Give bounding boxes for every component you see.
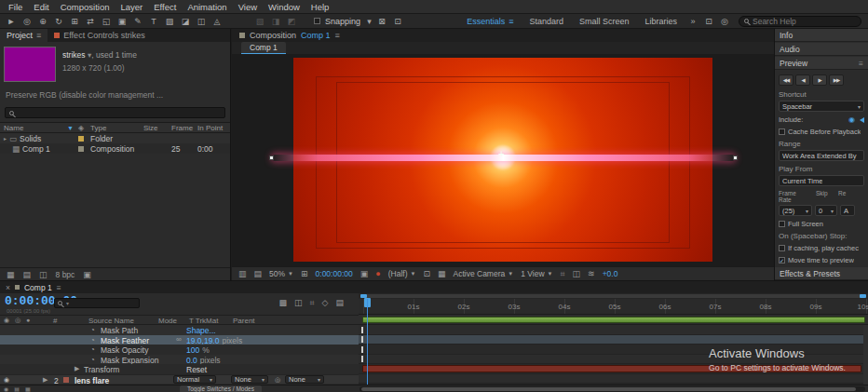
- dolly-camera-tool-icon[interactable]: ⇄: [83, 17, 98, 26]
- close-icon[interactable]: ×: [6, 283, 10, 292]
- graph-row-mask-path[interactable]: [359, 325, 863, 335]
- new-folder-icon[interactable]: ▤: [23, 270, 32, 279]
- rotation-tool-icon[interactable]: ◱: [99, 17, 114, 26]
- full-screen-checkbox[interactable]: [779, 221, 785, 227]
- keyframe-mark[interactable]: [361, 346, 363, 353]
- viewer-timecode[interactable]: 0:00:00:00: [316, 269, 353, 278]
- cache-before-playback-checkbox[interactable]: [779, 128, 785, 135]
- new-composition-icon[interactable]: ◫: [39, 270, 47, 279]
- column-type[interactable]: Type: [90, 124, 143, 132]
- reset-link[interactable]: Reset: [186, 365, 207, 374]
- property-row-mask-opacity[interactable]: ◔ Mask Opacity 100%: [0, 345, 359, 355]
- expand-icon[interactable]: ▸: [4, 135, 7, 142]
- snap-to-features-icon[interactable]: ⊡: [390, 17, 405, 26]
- graph-row-transform[interactable]: [359, 364, 863, 374]
- menu-composition[interactable]: Composition: [55, 2, 115, 12]
- column-in-point[interactable]: In Point: [197, 124, 230, 132]
- timeline-tab-comp1[interactable]: Comp 1: [24, 283, 52, 292]
- panel-menu-icon[interactable]: ≡: [859, 59, 863, 68]
- puppet-pin-tool-icon[interactable]: ◬: [210, 17, 224, 26]
- camera-tool-icon[interactable]: ▣: [115, 17, 129, 26]
- mask-vertex-handle-right[interactable]: [733, 155, 738, 160]
- property-value[interactable]: 19.0,19.0: [186, 336, 219, 345]
- keyframe-mark[interactable]: [361, 327, 363, 333]
- scrollbar-thumb[interactable]: [361, 387, 856, 391]
- workspace-overflow-icon[interactable]: »: [685, 17, 700, 26]
- project-row-solids[interactable]: ▸▭Solids Folder: [0, 133, 230, 143]
- zoom-tool-icon[interactable]: ⊕: [35, 17, 50, 26]
- property-value[interactable]: 0.0: [186, 356, 197, 365]
- workspace-menu-icon[interactable]: ≡: [509, 17, 513, 26]
- motion-blur-icon[interactable]: ▤: [335, 298, 344, 308]
- tab-project[interactable]: Project ≡: [0, 29, 47, 42]
- move-time-checkbox[interactable]: ✓: [779, 257, 785, 264]
- full-screen-row[interactable]: Full Screen: [779, 220, 864, 228]
- eraser-tool-icon[interactable]: ◫: [194, 17, 209, 26]
- toggle-switches-modes-button[interactable]: Toggle Switches / Modes: [180, 385, 262, 392]
- column-parent[interactable]: Parent: [233, 317, 255, 325]
- stopwatch-icon[interactable]: ◔: [90, 336, 95, 345]
- timeline-horizontal-scrollbar[interactable]: [359, 386, 865, 392]
- shortcut-dropdown[interactable]: Spacebar▾: [779, 101, 864, 112]
- mask-vertex-handle-left[interactable]: [269, 155, 274, 160]
- timeline-button-icon[interactable]: ≋: [588, 269, 595, 278]
- label-swatch[interactable]: [78, 146, 84, 152]
- menu-file[interactable]: File: [3, 2, 28, 12]
- frame-rate-dropdown[interactable]: (25)▾: [779, 205, 812, 216]
- magnification-dropdown[interactable]: 50%▼: [269, 269, 293, 278]
- property-row-mask-path[interactable]: ◔ Mask Path Shape...: [0, 325, 359, 335]
- trkmat-dropdown[interactable]: None▾: [231, 375, 268, 384]
- stopwatch-icon[interactable]: ◔: [90, 345, 95, 354]
- viewer-tab-comp1[interactable]: Comp 1: [241, 42, 286, 54]
- frame-blending-icon[interactable]: ◇: [322, 298, 329, 308]
- clone-stamp-tool-icon[interactable]: ◪: [178, 17, 193, 26]
- graph-row-mask-feather[interactable]: [359, 335, 863, 345]
- work-area-bar[interactable]: [360, 294, 866, 298]
- layer-name[interactable]: lens flare: [75, 376, 109, 385]
- snapping-checkbox[interactable]: [314, 18, 320, 24]
- menu-animation[interactable]: Animation: [182, 2, 232, 12]
- range-dropdown[interactable]: Work Area Extended By: [779, 150, 864, 161]
- current-time-indicator[interactable]: [367, 299, 368, 385]
- keyframe-mark[interactable]: [361, 356, 363, 362]
- last-frame-button[interactable]: ▶▶: [829, 74, 844, 86]
- expand-icon[interactable]: ▶: [75, 365, 79, 372]
- timeline-search-input[interactable]: ▾: [54, 298, 140, 308]
- draft-3d-icon[interactable]: ◫: [294, 298, 303, 308]
- menu-effect[interactable]: Effect: [148, 2, 182, 12]
- label-swatch[interactable]: [78, 136, 84, 142]
- graph-row-mask-opacity[interactable]: [359, 345, 863, 355]
- graph-row-layer-2[interactable]: [359, 374, 863, 385]
- move-time-row[interactable]: ✓ Move time to preview: [779, 256, 864, 264]
- constrain-link-icon[interactable]: ∞: [176, 335, 182, 344]
- graph-row-mask-expansion[interactable]: [359, 355, 863, 365]
- time-ruler[interactable]: 01s 02s 03s 04s 05s 06s 07s 08s 09s 10s: [359, 299, 868, 315]
- composition-mini-flowchart-icon[interactable]: ▩: [278, 298, 287, 308]
- tab-effect-controls[interactable]: Effect Controls strikes: [47, 29, 151, 42]
- info-panel-header[interactable]: Info: [775, 29, 868, 42]
- expand-icon[interactable]: ▶: [43, 376, 47, 384]
- window-layout-icon[interactable]: ⊡: [701, 17, 716, 26]
- transparency-grid-icon[interactable]: ▦: [438, 269, 446, 278]
- timeline-graph-area[interactable]: 01s 02s 03s 04s 05s 06s 07s 08s 09s 10s …: [359, 293, 868, 385]
- menu-view[interactable]: View: [233, 2, 263, 12]
- workspace-tab-standard[interactable]: Standard: [522, 17, 571, 26]
- audio-panel-header[interactable]: Audio: [775, 43, 868, 56]
- play-button[interactable]: ▶: [812, 74, 827, 86]
- if-caching-row[interactable]: If caching, play cachec: [779, 244, 864, 252]
- pixel-aspect-icon[interactable]: ⌗: [561, 269, 565, 279]
- label-column-icon[interactable]: ◈: [78, 124, 90, 132]
- tab-composition[interactable]: Composition: [250, 31, 296, 40]
- panel-menu-icon[interactable]: ≡: [57, 283, 61, 292]
- menu-window[interactable]: Window: [263, 2, 305, 12]
- show-channel-icon[interactable]: ●: [375, 269, 380, 278]
- snapshot-icon[interactable]: ▣: [360, 269, 369, 278]
- project-search-input[interactable]: [5, 107, 225, 118]
- flowchart-icon[interactable]: ▦: [7, 270, 15, 279]
- help-search-input[interactable]: Search Help: [739, 16, 861, 27]
- timeline-vertical-scrollbar[interactable]: [863, 325, 868, 385]
- cache-before-playback-row[interactable]: Cache Before Playback: [779, 128, 864, 136]
- hand-tool-icon[interactable]: ◎: [20, 17, 34, 26]
- blend-mode-dropdown[interactable]: Normal▾: [173, 375, 216, 384]
- menu-help[interactable]: Help: [305, 2, 335, 12]
